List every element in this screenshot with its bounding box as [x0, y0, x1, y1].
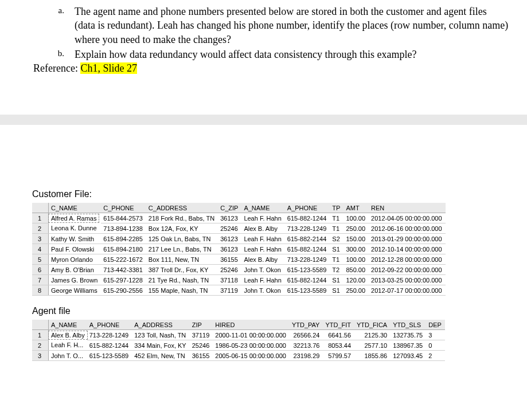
cell: 36123	[218, 244, 241, 254]
cell: 2005-06-15 00:00:00.000	[213, 351, 290, 361]
cell: Alex B. Alby	[241, 223, 284, 234]
cell: 2000-11-01 00:00:00.000	[213, 330, 290, 340]
cell: S1	[330, 244, 343, 254]
cell: 21 Tye Rd., Nash, TN	[146, 275, 218, 285]
cell: 2	[426, 351, 445, 361]
cell: S1	[330, 275, 343, 285]
cell: 25246	[218, 265, 241, 275]
cell: 615-882-1244	[87, 340, 132, 351]
cell: Myron Orlando	[49, 254, 102, 265]
cell: Leah F. H...	[49, 340, 87, 351]
table-row: 3John T. O...615-123-5589452 Elm, New, T…	[32, 351, 445, 361]
cell: Alfred A. Ramas	[49, 213, 102, 223]
cell: 387 Troll Dr., Fox, KY	[146, 265, 218, 275]
customer-file-header: Customer File:	[32, 189, 509, 199]
cell: 123 Toll, Nash, TN	[132, 330, 190, 340]
cell: 32213.76	[290, 340, 323, 351]
customer-column-header: C_PHONE	[101, 203, 146, 213]
cell: Amy B. O'Brian	[49, 265, 102, 275]
table-row: 3Kathy W. Smith615-894-2285125 Oak Ln, B…	[32, 234, 446, 244]
cell: 615-123-5589	[87, 351, 132, 361]
cell: 37119	[218, 285, 241, 296]
table-row: 2Leona K. Dunne713-894-1238Box 12A, Fox,…	[32, 223, 446, 234]
cell: 155 Maple, Nash, TN	[146, 285, 218, 296]
cell: 615-894-2180	[101, 244, 146, 254]
cell: T1	[330, 223, 343, 234]
cell: 2012-04-05 00:00:00.000	[369, 213, 446, 223]
cell: 615-882-2144	[285, 234, 330, 244]
row-number: 6	[32, 265, 49, 275]
row-number: 1	[32, 213, 49, 223]
cell: 2125.30	[354, 330, 391, 340]
cell: 615-222-1672	[101, 254, 146, 265]
cell: 150.00	[343, 234, 369, 244]
cell: Leona K. Dunne	[49, 223, 102, 234]
cell: Box 12A, Fox, KY	[146, 223, 218, 234]
grey-band	[0, 115, 527, 125]
agent-column-header: DEP	[426, 320, 445, 330]
reference-label: Reference:	[33, 62, 80, 74]
customer-column-header: A_NAME	[241, 203, 284, 213]
agent-column-header: A_NAME	[49, 320, 87, 330]
question-list: a. The agent name and phone numbers pres…	[18, 5, 509, 61]
cell: T1	[330, 213, 343, 223]
cell: James G. Brown	[49, 275, 102, 285]
cell: 713-442-3381	[101, 265, 146, 275]
cell: Alex B. Alby	[49, 330, 87, 340]
table-row: 5Myron Orlando615-222-1672Box 111, New, …	[32, 254, 446, 265]
cell: 100.00	[343, 213, 369, 223]
agent-column-header: A_PHONE	[87, 320, 132, 330]
cell: 120.00	[343, 275, 369, 285]
cell: 25246	[218, 223, 241, 234]
agent-column-header: A_ADDRESS	[132, 320, 190, 330]
cell: 8053.44	[323, 340, 354, 351]
cell: 452 Elm, New, TN	[132, 351, 190, 361]
cell: T2	[330, 265, 343, 275]
row-number: 1	[32, 330, 49, 340]
row-number: 7	[32, 275, 49, 285]
cell: 3	[426, 330, 445, 340]
cell: 25246	[190, 340, 213, 351]
cell: T1	[330, 254, 343, 265]
customer-column-header: C_ZIP	[218, 203, 241, 213]
cell: John T. Okon	[241, 285, 284, 296]
cell: 1986-05-23 00:00:00.000	[213, 340, 290, 351]
table-row: 7James G. Brown615-297-122821 Tye Rd., N…	[32, 275, 446, 285]
cell: 2012-10-14 00:00:00.000	[369, 244, 446, 254]
cell: Leah F. Hahn	[241, 234, 284, 244]
customer-column-header: C_NAME	[49, 203, 102, 213]
cell: S2	[330, 234, 343, 244]
cell: 132735.75	[391, 330, 426, 340]
customer-column-header: AMT	[343, 203, 369, 213]
cell: S1	[330, 285, 343, 296]
cell: 5799.57	[323, 351, 354, 361]
cell: Alex B. Alby	[241, 254, 284, 265]
cell: 6641.56	[323, 330, 354, 340]
customer-column-header: C_ADDRESS	[146, 203, 218, 213]
cell: 217 Lee Ln., Babs, TN	[146, 244, 218, 254]
cell: George Williams	[49, 285, 102, 296]
cell: 138967.35	[391, 340, 426, 351]
cell: 2012-07-17 00:00:00.000	[369, 285, 446, 296]
cell: 615-297-1228	[101, 275, 146, 285]
table-row: 1Alex B. Alby713-228-1249123 Toll, Nash,…	[32, 330, 445, 340]
item-a-text: The agent name and phone numbers present…	[75, 5, 509, 46]
table-row: 8George Williams615-290-2556155 Maple, N…	[32, 285, 446, 296]
cell: 615-123-5589	[285, 285, 330, 296]
cell: 615-882-1244	[285, 213, 330, 223]
customer-table: C_NAMEC_PHONEC_ADDRESSC_ZIPA_NAMEA_PHONE…	[32, 203, 446, 296]
cell: 0	[426, 340, 445, 351]
agent-column-header: ZIP	[190, 320, 213, 330]
cell: Leah F. Hahn	[241, 244, 284, 254]
cell: 850.00	[343, 265, 369, 275]
row-number: 3	[32, 351, 49, 361]
agent-column-header: YTD_PAY	[290, 320, 323, 330]
cell: Kathy W. Smith	[49, 234, 102, 244]
cell: 615-844-2573	[101, 213, 146, 223]
agent-file-header: Agent file	[32, 306, 509, 316]
cell: Leah F. Hahn	[241, 275, 284, 285]
item-b-marker: b.	[18, 48, 75, 61]
row-number: 5	[32, 254, 49, 265]
cell: 36155	[218, 254, 241, 265]
agent-column-header: YTD_FIT	[323, 320, 354, 330]
